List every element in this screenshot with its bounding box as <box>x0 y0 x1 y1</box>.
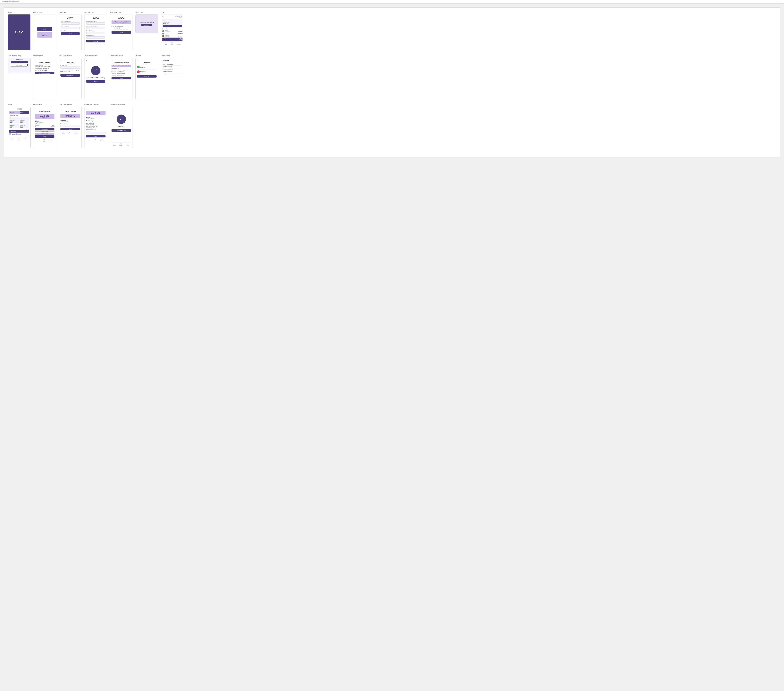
see-all-portfolio[interactable]: See All <box>9 135 29 137</box>
invest-nav-home[interactable]: ⌂ Home <box>11 138 13 141</box>
menu-item-recent[interactable]: Recent Transactions <box>163 63 182 66</box>
tx-done-button[interactable]: Done <box>112 77 131 79</box>
valuation-rank-button[interactable]: Valuation Rank <box>35 130 54 132</box>
transfer-success-text: Account Funded Successfully <box>86 77 105 79</box>
nav-home[interactable]: ⌂ Home <box>164 42 166 45</box>
fund-account-button[interactable]: Fund Account <box>163 25 182 27</box>
invest-after-fund-button[interactable]: Invest <box>86 80 105 83</box>
get-started-button[interactable]: Get Started <box>37 32 52 38</box>
deposit-label: Deposit <box>140 66 145 68</box>
code-box-1[interactable] <box>115 27 117 30</box>
menu-item-cards[interactable]: Card Management <box>163 66 182 68</box>
deposit-icon: ↑ <box>137 66 140 68</box>
invest-nav-transact-label: Transact <box>24 139 27 140</box>
tx-amount-3: $396.00 <box>178 35 183 36</box>
code-box-4[interactable] <box>123 27 125 30</box>
home-bottom-nav: ⌂ Home 📈 Invest ↔ Transact <box>162 41 183 46</box>
signup-submit-button[interactable]: Sign Up <box>86 40 105 43</box>
bank-back-arrow[interactable]: ‹ <box>35 59 54 61</box>
success-back-arrow[interactable]: ‹ <box>112 108 112 110</box>
nav-transact[interactable]: ↔ Transact <box>177 42 180 45</box>
enter-nav-invest[interactable]: 📈 Invest <box>68 132 71 134</box>
existing-card-option[interactable]: Use Existing Card ( 1234 **** **** (Visa… <box>61 69 80 71</box>
add-card-option[interactable]: Add Another Card <box>61 71 80 72</box>
summary-nav-invest[interactable]: 📈 Invest <box>94 139 96 142</box>
invest-bottom-nav: ⌂ Home 📈 Invest ↔ Transact <box>9 137 29 141</box>
summary-nav-transact[interactable]: ↔ Transact <box>100 139 104 142</box>
signup-phone-input[interactable] <box>86 27 105 29</box>
pstock-1[interactable]: P PayStack <box>9 133 15 135</box>
top-bar: App Fidelity Wireframe <box>0 0 784 3</box>
portfolio-stocks: P PayStack P PayStack <box>9 133 29 135</box>
stock-card-3[interactable]: $19500.492 +$234.5% DANG <box>9 124 19 129</box>
forgot-password-link[interactable]: Forgot Password ? <box>61 30 70 31</box>
popup-proceed-button[interactable]: Proceed <box>142 24 152 26</box>
enter-nav-transact[interactable]: ↔ Transact <box>74 132 78 134</box>
stock-card-2[interactable]: $19500.492 +$234.5% DANG <box>20 119 30 124</box>
nav-invest[interactable]: 📈 Invest <box>170 42 173 45</box>
add-card-button[interactable]: Add Card <box>137 75 156 78</box>
bank-transfer-button[interactable]: Bank Transfer <box>11 61 28 63</box>
fund-account-debit-button[interactable]: Fund Account <box>61 74 80 77</box>
invest-nav-transact[interactable]: ↔ Transact <box>24 138 27 141</box>
stock-nav-invest[interactable]: 📈 Invest <box>43 139 45 142</box>
login-submit-button[interactable]: Login <box>61 32 80 35</box>
success-nav-invest[interactable]: 📈 Invest <box>119 143 122 146</box>
summary-nav-home[interactable]: ⌂ Home <box>88 139 90 142</box>
enter-nav-home[interactable]: ⌂ Home <box>63 132 65 134</box>
transact-back-arrow[interactable]: ‹ <box>137 59 156 61</box>
menu-item-settings[interactable]: Settings <box>163 73 182 75</box>
verify-button[interactable]: Verify <box>112 31 131 34</box>
stock-back-arrow[interactable]: ‹ <box>35 108 54 110</box>
pin-input[interactable] <box>86 132 105 134</box>
success-nav-transact[interactable]: ↔ Transact <box>125 143 129 146</box>
tx-words-row: Amount In Words: Three Hundred Forty Fiv… <box>112 70 131 71</box>
transfer-back-arrow[interactable]: ‹ <box>86 60 87 61</box>
transfer-success-frame: ‹ ✓ Account Funded Successfully Invest <box>84 58 107 99</box>
stock-invest-button[interactable]: Invest <box>35 135 54 138</box>
menu-item-statement[interactable]: Request Statement <box>163 71 182 73</box>
stock-nav-home[interactable]: ⌂ Home <box>37 139 39 142</box>
code-box-3[interactable] <box>120 27 122 30</box>
withdrawal-row[interactable]: ↓ Withdrawal <box>137 69 156 74</box>
debit-back-arrow[interactable]: ‹ <box>61 59 80 61</box>
invest-nav-invest[interactable]: 📈 Invest <box>17 138 20 141</box>
pstock-2[interactable]: P PayStack <box>15 133 21 135</box>
existing-card-radio[interactable] <box>61 69 62 71</box>
stock-card-1[interactable]: $19500.492 +$234.5% DANG <box>9 119 19 124</box>
signup-name-input[interactable] <box>86 32 105 34</box>
enter-proceed-button[interactable]: Proceed <box>61 128 80 130</box>
debit-amount-input[interactable] <box>61 66 80 69</box>
deposit-row[interactable]: ↑ Deposit <box>137 65 156 69</box>
enter-back-arrow[interactable]: ‹ <box>61 108 80 110</box>
tx-back-arrow[interactable]: ‹ <box>112 59 131 61</box>
code-box-2[interactable] <box>117 27 120 30</box>
dividend-yield-button[interactable]: Dividend Yield <box>35 133 54 135</box>
enter-amount-input[interactable] <box>61 125 80 127</box>
add-card-radio[interactable] <box>61 71 62 72</box>
signup-password-input[interactable] <box>86 36 105 39</box>
success-nav-home[interactable]: ⌂ Home <box>114 143 116 146</box>
password-input[interactable] <box>61 27 80 29</box>
copy-account-button[interactable]: Copy Account Number <box>35 72 54 74</box>
invest-label: Invest <box>8 104 12 106</box>
debit-card-button[interactable]: Debit Card <box>11 64 28 66</box>
about-dangote-button[interactable]: About Dangote <box>35 128 54 130</box>
code-box-5[interactable] <box>126 27 128 30</box>
login-button[interactable]: Login <box>37 27 52 31</box>
summary-invest-button[interactable]: Invest <box>86 135 105 137</box>
email-input[interactable] <box>61 22 80 25</box>
signup-email-label: Enter Email Address <box>86 21 97 22</box>
signup-email-input[interactable] <box>86 22 105 25</box>
menu-item-portfolio[interactable]: Investment Portfolio <box>163 68 182 71</box>
stock-nav-transact[interactable]: ↔ Transact <box>49 139 53 142</box>
invite-icon: 👥 <box>180 38 182 40</box>
go-home-button[interactable]: Go Back Home <box>112 129 131 132</box>
invite-friends-bar[interactable]: Invite Your Friends Invite Your Friends … <box>162 38 183 41</box>
enter-transact-icon: ↔ <box>76 132 77 133</box>
invite-bar-content: Invite Your Friends Invite Your Friends … <box>163 38 176 40</box>
hamburger-icon[interactable]: ☰ <box>162 16 163 18</box>
stock-card-4[interactable]: $19500.492 +$234.5% DANG <box>20 124 30 129</box>
summary-back-arrow[interactable]: ‹ <box>86 108 105 110</box>
stock-search-bar[interactable]: 🔍 <box>9 117 29 119</box>
